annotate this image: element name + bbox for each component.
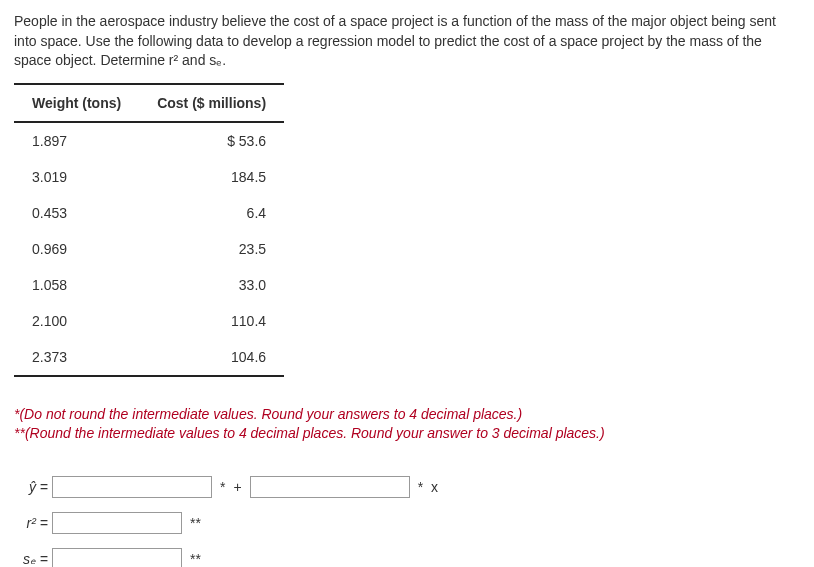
cell-weight: 0.453 — [14, 195, 139, 231]
hint-line-1: *(Do not round the intermediate values. … — [14, 405, 800, 425]
r2-input[interactable] — [52, 512, 182, 534]
cell-weight: 0.969 — [14, 231, 139, 267]
cell-cost: $ 53.6 — [139, 122, 284, 159]
answer-row-se: sₑ = ** — [14, 546, 800, 567]
problem-text: People in the aerospace industry believe… — [14, 13, 776, 68]
se-input[interactable] — [52, 548, 182, 567]
cell-weight: 1.897 — [14, 122, 139, 159]
se-asterisk: ** — [190, 551, 201, 567]
table-row: 0.96923.5 — [14, 231, 284, 267]
table-row: 0.4536.4 — [14, 195, 284, 231]
answer-row-yhat: ŷ = * + * x — [14, 474, 800, 500]
cell-cost: 23.5 — [139, 231, 284, 267]
data-table: Weight (tons) Cost ($ millions) 1.897$ 5… — [14, 83, 284, 377]
answer-row-rsquared: r² = ** — [14, 510, 800, 536]
variable-x: x — [431, 479, 438, 495]
se-label: sₑ = — [14, 551, 52, 567]
table-row: 1.897$ 53.6 — [14, 122, 284, 159]
yhat-asterisk-2: * — [418, 479, 423, 495]
cell-cost: 184.5 — [139, 159, 284, 195]
cell-weight: 2.373 — [14, 339, 139, 376]
yhat-label: ŷ = — [14, 479, 52, 495]
yhat-asterisk-1: * — [220, 479, 225, 495]
cell-weight: 3.019 — [14, 159, 139, 195]
plus-sign: + — [233, 479, 241, 495]
header-cost: Cost ($ millions) — [139, 84, 284, 122]
table-row: 1.05833.0 — [14, 267, 284, 303]
cell-weight: 1.058 — [14, 267, 139, 303]
cell-cost: 33.0 — [139, 267, 284, 303]
yhat-intercept-input[interactable] — [52, 476, 212, 498]
cell-cost: 104.6 — [139, 339, 284, 376]
cell-cost: 6.4 — [139, 195, 284, 231]
rounding-hints: *(Do not round the intermediate values. … — [14, 405, 800, 444]
hint-line-2: **(Round the intermediate values to 4 de… — [14, 424, 800, 444]
cell-weight: 2.100 — [14, 303, 139, 339]
table-row: 2.100110.4 — [14, 303, 284, 339]
table-header-row: Weight (tons) Cost ($ millions) — [14, 84, 284, 122]
header-weight: Weight (tons) — [14, 84, 139, 122]
r2-label: r² = — [14, 515, 52, 531]
table-row: 2.373104.6 — [14, 339, 284, 376]
yhat-slope-input[interactable] — [250, 476, 410, 498]
cell-cost: 110.4 — [139, 303, 284, 339]
problem-statement: People in the aerospace industry believe… — [14, 12, 800, 71]
r2-asterisk: ** — [190, 515, 201, 531]
table-row: 3.019184.5 — [14, 159, 284, 195]
